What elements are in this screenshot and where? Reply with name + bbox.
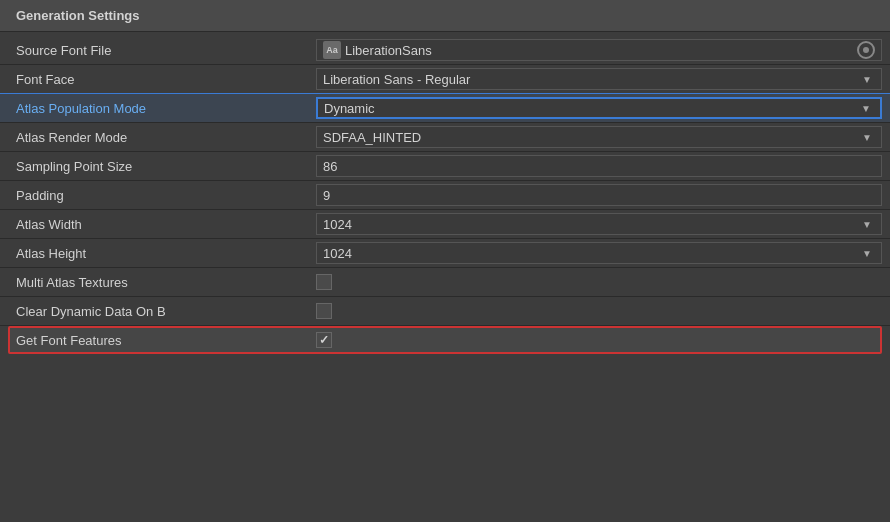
control-padding: 9 <box>316 184 882 206</box>
input-sampling-point-size-value: 86 <box>323 159 337 174</box>
label-atlas-render-mode: Atlas Render Mode <box>16 130 316 145</box>
font-file-picker[interactable]: Aa LiberationSans <box>316 39 882 61</box>
control-atlas-population-mode: Dynamic ▼ <box>316 97 882 119</box>
row-clear-dynamic-data: Clear Dynamic Data On B <box>0 297 890 325</box>
row-atlas-render-mode: Atlas Render Mode SDFAA_HINTED ▼ <box>0 123 890 151</box>
panel-title: Generation Settings <box>16 8 140 23</box>
settings-table: Source Font File Aa LiberationSans Font … <box>0 32 890 522</box>
dropdown-atlas-population-mode-value: Dynamic <box>324 101 375 116</box>
label-get-font-features: Get Font Features <box>16 333 316 348</box>
checkbox-get-font-features[interactable] <box>316 332 332 348</box>
control-sampling-point-size: 86 <box>316 155 882 177</box>
checkbox-multi-atlas-textures[interactable] <box>316 274 332 290</box>
control-atlas-width: 1024 ▼ <box>316 213 882 235</box>
dropdown-atlas-render-mode[interactable]: SDFAA_HINTED ▼ <box>316 126 882 148</box>
control-atlas-height: 1024 ▼ <box>316 242 882 264</box>
dropdown-atlas-width-arrow: ▼ <box>859 216 875 232</box>
control-atlas-render-mode: SDFAA_HINTED ▼ <box>316 126 882 148</box>
checkbox-clear-dynamic-data[interactable] <box>316 303 332 319</box>
label-clear-dynamic-data: Clear Dynamic Data On B <box>16 304 316 319</box>
label-sampling-point-size: Sampling Point Size <box>16 159 316 174</box>
control-font-face: Liberation Sans - Regular ▼ <box>316 68 882 90</box>
row-atlas-height: Atlas Height 1024 ▼ <box>0 239 890 267</box>
label-multi-atlas-textures: Multi Atlas Textures <box>16 275 316 290</box>
font-file-target-icon[interactable] <box>857 41 875 59</box>
control-clear-dynamic-data <box>316 303 882 319</box>
label-atlas-height: Atlas Height <box>16 246 316 261</box>
dropdown-atlas-height[interactable]: 1024 ▼ <box>316 242 882 264</box>
label-source-font-file: Source Font File <box>16 43 316 58</box>
dropdown-atlas-render-mode-value: SDFAA_HINTED <box>323 130 421 145</box>
dropdown-font-face-arrow: ▼ <box>859 71 875 87</box>
row-get-font-features: Get Font Features <box>8 326 882 354</box>
generation-settings-panel: Generation Settings Source Font File Aa … <box>0 0 890 522</box>
font-file-value: LiberationSans <box>345 43 432 58</box>
row-padding: Padding 9 <box>0 181 890 209</box>
dropdown-font-face-value: Liberation Sans - Regular <box>323 72 470 87</box>
dropdown-atlas-population-mode[interactable]: Dynamic ▼ <box>316 97 882 119</box>
label-padding: Padding <box>16 188 316 203</box>
dropdown-atlas-render-mode-arrow: ▼ <box>859 129 875 145</box>
row-atlas-width: Atlas Width 1024 ▼ <box>0 210 890 238</box>
row-multi-atlas-textures: Multi Atlas Textures <box>0 268 890 296</box>
dropdown-atlas-width[interactable]: 1024 ▼ <box>316 213 882 235</box>
label-font-face: Font Face <box>16 72 316 87</box>
dropdown-atlas-population-mode-arrow: ▼ <box>858 100 874 116</box>
input-padding-value: 9 <box>323 188 330 203</box>
row-font-face: Font Face Liberation Sans - Regular ▼ <box>0 65 890 93</box>
label-atlas-population-mode: Atlas Population Mode <box>16 101 316 116</box>
control-source-font-file: Aa LiberationSans <box>316 39 882 61</box>
row-source-font-file: Source Font File Aa LiberationSans <box>0 36 890 64</box>
dropdown-atlas-height-value: 1024 <box>323 246 352 261</box>
dropdown-atlas-width-value: 1024 <box>323 217 352 232</box>
label-atlas-width: Atlas Width <box>16 217 316 232</box>
dropdown-atlas-height-arrow: ▼ <box>859 245 875 261</box>
font-icon: Aa <box>323 41 341 59</box>
row-atlas-population-mode: Atlas Population Mode Dynamic ▼ <box>0 94 890 122</box>
dropdown-font-face[interactable]: Liberation Sans - Regular ▼ <box>316 68 882 90</box>
control-get-font-features <box>316 332 874 348</box>
input-padding[interactable]: 9 <box>316 184 882 206</box>
row-sampling-point-size: Sampling Point Size 86 <box>0 152 890 180</box>
panel-header: Generation Settings <box>0 0 890 32</box>
input-sampling-point-size[interactable]: 86 <box>316 155 882 177</box>
control-multi-atlas-textures <box>316 274 882 290</box>
